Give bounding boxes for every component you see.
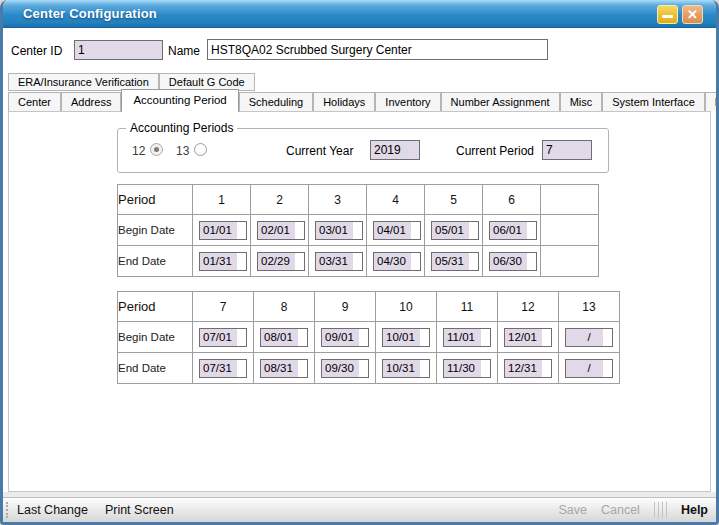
end-date-input-period-8[interactable]	[260, 359, 308, 378]
end-date-input-period-4[interactable]	[373, 252, 421, 271]
tab-center[interactable]: Center	[8, 92, 61, 111]
period-col-8: 8	[254, 292, 315, 322]
tab-holidays[interactable]: Holidays	[313, 92, 375, 111]
name-label: Name	[168, 44, 200, 58]
name-input[interactable]	[207, 39, 548, 60]
table-cell	[483, 215, 541, 246]
dialog-content: Center ID Name ERA/Insurance Verificatio…	[3, 28, 716, 522]
table-cell	[437, 322, 498, 353]
period-table: Period78910111213Begin DateEnd Date	[117, 291, 620, 384]
end-date-input-period-9[interactable]	[321, 359, 369, 378]
statusbar-right-buttons: Save Cancel Help	[558, 502, 708, 518]
print-screen-button[interactable]: Print Screen	[105, 503, 174, 517]
tab-inventory[interactable]: Inventory	[375, 92, 440, 111]
table-cell	[309, 246, 367, 277]
window-controls: ✕	[657, 5, 703, 24]
end-date-input-period-12[interactable]	[504, 359, 552, 378]
periods-table-1-6: Period123456Begin DateEnd Date	[117, 184, 599, 277]
toolbar-separator	[654, 502, 667, 518]
table-cell	[559, 353, 620, 384]
period-header-label: Period	[118, 185, 193, 215]
table-cell	[251, 215, 309, 246]
begin-date-input-period-13[interactable]	[565, 328, 613, 347]
period-col-11: 11	[437, 292, 498, 322]
period-col-5: 5	[425, 185, 483, 215]
end-date-input-period-5[interactable]	[431, 252, 479, 271]
toolbar-grip[interactable]	[6, 502, 8, 518]
period-col-4: 4	[367, 185, 425, 215]
periods-table-7-13: Period78910111213Begin DateEnd Date	[117, 291, 620, 384]
end-date-row-label: End Date	[118, 246, 193, 277]
current-period-input[interactable]	[542, 140, 592, 160]
end-date-input-period-7[interactable]	[199, 359, 247, 378]
begin-date-input-period-6[interactable]	[489, 221, 537, 240]
table-cell	[193, 215, 251, 246]
end-date-input-period-3[interactable]	[315, 252, 363, 271]
table-cell	[376, 353, 437, 384]
tab-system-interface[interactable]: System Interface	[602, 92, 705, 111]
titlebar[interactable]: Center Configuration ✕	[3, 0, 716, 28]
begin-date-input-period-8[interactable]	[260, 328, 308, 347]
begin-date-input-period-7[interactable]	[199, 328, 247, 347]
center-id-input[interactable]	[74, 40, 163, 60]
table-cell	[425, 246, 483, 277]
period-col-7: 7	[193, 292, 254, 322]
table-cell	[254, 353, 315, 384]
end-date-input-period-10[interactable]	[382, 359, 430, 378]
tab-number-assignment[interactable]: Number Assignment	[441, 92, 560, 111]
table-cell	[309, 215, 367, 246]
table-cell	[251, 246, 309, 277]
close-icon: ✕	[683, 7, 702, 23]
begin-date-input-period-2[interactable]	[257, 221, 305, 240]
table-cell	[425, 215, 483, 246]
begin-date-input-period-10[interactable]	[382, 328, 430, 347]
end-date-row-label: End Date	[118, 353, 193, 384]
begin-date-input-period-3[interactable]	[315, 221, 363, 240]
table-cell	[367, 215, 425, 246]
end-date-input-period-6[interactable]	[489, 252, 537, 271]
last-change-button[interactable]: Last Change	[17, 503, 88, 517]
table-cell	[193, 246, 251, 277]
minimize-button[interactable]	[657, 5, 678, 24]
current-year-input[interactable]	[370, 140, 420, 160]
table-cell	[315, 353, 376, 384]
begin-date-input-period-9[interactable]	[321, 328, 369, 347]
center-id-label: Center ID	[11, 44, 62, 58]
period-col-empty	[541, 185, 599, 215]
radio-12-periods[interactable]	[150, 143, 163, 156]
begin-date-input-period-12[interactable]	[504, 328, 552, 347]
tab-row-primary: CenterAddressAccounting PeriodScheduling…	[8, 89, 719, 112]
end-date-input-period-2[interactable]	[257, 252, 305, 271]
tab-accounting-period[interactable]: Accounting Period	[121, 89, 238, 112]
cancel-button[interactable]: Cancel	[601, 503, 640, 517]
table-cell	[193, 322, 254, 353]
statusbar-left-buttons: Last ChangePrint Screen	[17, 503, 558, 517]
radio-13-periods[interactable]	[194, 143, 207, 156]
table-cell	[541, 215, 599, 246]
end-date-input-period-1[interactable]	[199, 252, 247, 271]
begin-date-row-label: Begin Date	[118, 215, 193, 246]
period-col-13: 13	[559, 292, 620, 322]
table-cell	[498, 322, 559, 353]
tab-scheduling[interactable]: Scheduling	[239, 92, 313, 111]
end-date-input-period-11[interactable]	[443, 359, 491, 378]
table-cell	[315, 322, 376, 353]
begin-date-input-period-5[interactable]	[431, 221, 479, 240]
tab-address[interactable]: Address	[61, 92, 121, 111]
table-cell	[559, 322, 620, 353]
end-date-input-period-13[interactable]	[565, 359, 613, 378]
begin-date-input-period-11[interactable]	[443, 328, 491, 347]
save-button[interactable]: Save	[558, 503, 587, 517]
period-col-9: 9	[315, 292, 376, 322]
tab-ecs-claim[interactable]: ECS Claim	[705, 92, 719, 111]
period-col-10: 10	[376, 292, 437, 322]
period-col-2: 2	[251, 185, 309, 215]
window-title: Center Configuration	[23, 6, 157, 21]
begin-date-input-period-1[interactable]	[199, 221, 247, 240]
accounting-period-tab-panel: Accounting Periods 12 13 Current Year Cu…	[8, 111, 711, 492]
begin-date-input-period-4[interactable]	[373, 221, 421, 240]
help-button[interactable]: Help	[681, 503, 708, 517]
current-year-label: Current Year	[286, 144, 353, 158]
close-button[interactable]: ✕	[682, 5, 703, 24]
tab-misc[interactable]: Misc	[560, 92, 603, 111]
